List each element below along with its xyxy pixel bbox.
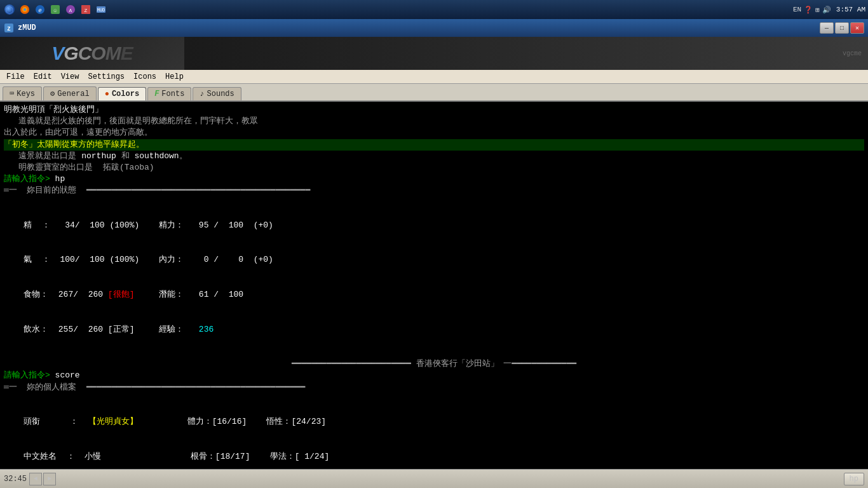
close-button[interactable]: ✕: [850, 22, 864, 34]
tab-colors[interactable]: ● Colors: [98, 87, 146, 100]
start-orb-top[interactable]: [3, 3, 17, 17]
fonts-tab-label: Fonts: [161, 90, 184, 98]
title-controls: — □ ✕: [820, 22, 864, 34]
profile-line: 中文姓名 ： 小慢 根骨：[18/17] 學法：[ 1/24]: [4, 439, 864, 469]
terminal-line: 遠景就是出口是 northup 和 southdown。: [4, 151, 864, 162]
profile-line: 頭銜 ： 【光明貞女】 體力：[16/16] 悟性：[24/23]: [4, 405, 864, 440]
menu-view[interactable]: View: [57, 72, 83, 82]
clock-top: 3:57 AM: [836, 6, 865, 13]
terminal-prompt: 請輸入指令> score: [4, 370, 864, 381]
help-icon[interactable]: ❓: [804, 6, 813, 14]
terminal-line: 「初冬」太陽剛從東方的地平線昇起。: [4, 139, 864, 151]
stats-line: 氣 ： 100/ 100 (100%) 內力： 0 / 0 (+0): [4, 243, 864, 278]
logo-bar: VGCOME vgcme: [0, 37, 868, 70]
sounds-tab-label: Sounds: [207, 90, 234, 98]
colors-tab-icon: ●: [105, 90, 109, 98]
status-counter: 32:45: [4, 475, 27, 484]
taskbar-top-icons: e ☺ A Z MUD: [3, 3, 108, 17]
status-bar: 32:45 ◄ ► hp: [0, 469, 868, 488]
volume-icon[interactable]: 🔊: [822, 6, 831, 14]
stats-line: 飲水： 255/ 260 [正常] 經驗： 236: [4, 312, 864, 347]
title-bar: Z zMUD — □ ✕: [0, 19, 868, 37]
stats-line: 食物： 267/ 260 [很飽] 潛能： 61 / 100: [4, 278, 864, 313]
svg-text:☺: ☺: [54, 8, 57, 13]
scroll-controls: ◄ ►: [29, 473, 56, 485]
menu-icons[interactable]: Icons: [130, 72, 160, 82]
svg-point-3: [24, 8, 26, 11]
separator-line: ═一 妳目前的狀態 ━━━━━━━━━━━━━━━━━━━━━━━━━━━━━━…: [4, 185, 864, 196]
tab-bar: ⌨ Keys ⚙ General ● Colors F Fonts ♪ Soun…: [0, 84, 868, 102]
status-left: 32:45 ◄ ►: [4, 473, 56, 485]
menu-edit[interactable]: Edit: [30, 72, 56, 82]
colors-tab-label: Colors: [112, 90, 139, 98]
maximize-button[interactable]: □: [835, 22, 849, 34]
taskbar-top-right: EN ❓ ⊞ 🔊 3:57 AM: [793, 6, 865, 14]
stats-line: 精 ： 34/ 100 (100%) 精力： 95 / 100 (+0): [4, 208, 864, 243]
svg-text:Z: Z: [85, 8, 88, 13]
taskbar-top: e ☺ A Z MUD EN ❓ ⊞ 🔊 3:57 AM: [0, 0, 868, 19]
separator-center: ━━━━━━━━━━━━━━━━━━━━━━━━ 香港俠客行「沙田站」 一━━━…: [4, 358, 864, 370]
title-left: Z zMUD: [4, 23, 36, 33]
window-title: zMUD: [18, 24, 36, 32]
sounds-tab-icon: ♪: [200, 90, 204, 98]
app-icon: Z: [4, 23, 14, 33]
menu-file[interactable]: File: [3, 72, 29, 82]
blank-line: [4, 197, 864, 208]
blank-line: [4, 347, 864, 358]
menu-help[interactable]: Help: [161, 72, 187, 82]
svg-text:A: A: [69, 8, 72, 13]
ie-icon[interactable]: e: [33, 3, 47, 17]
menu-bar: File Edit View Settings Icons Help: [0, 70, 868, 84]
terminal-line: 出入於此，由此可退，遠更的地方高敵。: [4, 127, 864, 139]
icon5[interactable]: A: [64, 3, 78, 17]
icon4[interactable]: ☺: [48, 3, 62, 17]
logo-tagline: vgcme: [843, 50, 862, 57]
tab-fonts[interactable]: F Fonts: [147, 87, 191, 100]
general-tab-icon: ⚙: [50, 89, 55, 98]
svg-text:e: e: [38, 8, 41, 14]
language-indicator: EN: [793, 6, 801, 13]
network-icon: ⊞: [815, 6, 820, 14]
terminal-prompt: 請輸入指令> hp: [4, 173, 864, 185]
logo-right: vgcme: [184, 37, 868, 70]
minimize-button[interactable]: —: [820, 22, 834, 34]
svg-text:Z: Z: [7, 26, 10, 32]
terminal-line: 明教靈寶室的出口是 拓跋(Taoba): [4, 162, 864, 173]
icon7[interactable]: MUD: [94, 3, 108, 17]
menu-settings[interactable]: Settings: [84, 72, 128, 82]
terminal-line: 道義就是烈火族的後門，後面就是明教總舵所在，門宇軒大，教眾: [4, 116, 864, 127]
tab-keys[interactable]: ⌨ Keys: [3, 86, 42, 100]
status-right: hp: [844, 473, 864, 485]
firefox-icon[interactable]: [18, 3, 32, 17]
blank-line: [4, 393, 864, 405]
svg-point-0: [4, 4, 15, 15]
scroll-left-button[interactable]: ◄: [29, 473, 42, 485]
svg-text:MUD: MUD: [97, 8, 105, 13]
keys-tab-label: Keys: [17, 90, 35, 98]
logo-image: VGCOME: [0, 37, 184, 70]
tab-general[interactable]: ⚙ General: [43, 86, 97, 100]
keys-tab-icon: ⌨: [10, 89, 14, 98]
terminal-line: 明教光明頂「烈火族後門」: [4, 104, 864, 116]
general-tab-label: General: [57, 90, 89, 98]
terminal-area[interactable]: 明教光明頂「烈火族後門」 道義就是烈火族的後門，後面就是明教總舵所在，門宇軒大，…: [0, 102, 868, 469]
fonts-tab-icon: F: [154, 90, 159, 98]
tab-sounds[interactable]: ♪ Sounds: [193, 87, 241, 100]
separator-line: ═一 妳的個人檔案 ━━━━━━━━━━━━━━━━━━━━━━━━━━━━━━…: [4, 382, 864, 393]
command-input-btn[interactable]: hp: [844, 473, 864, 485]
scroll-right-button[interactable]: ►: [43, 473, 56, 485]
icon6[interactable]: Z: [79, 3, 93, 17]
